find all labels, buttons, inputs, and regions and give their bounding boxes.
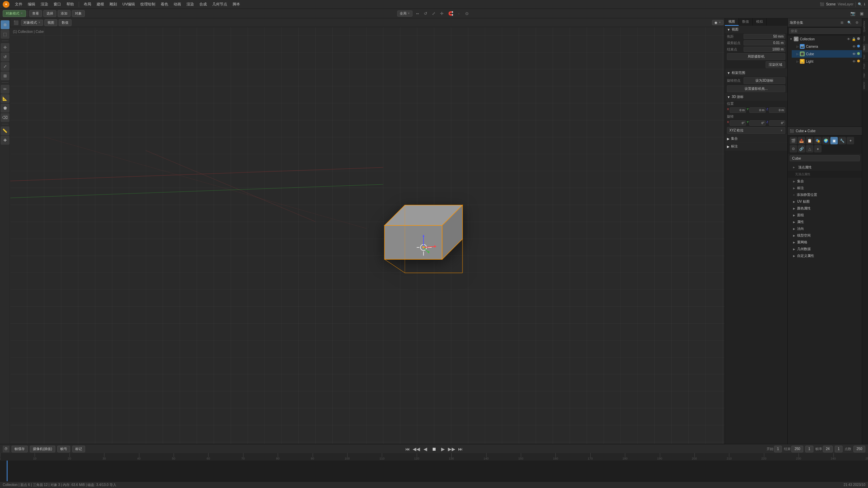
- start-frame-input[interactable]: 1: [774, 446, 782, 452]
- cursor-ry-val[interactable]: 0°: [749, 120, 766, 126]
- n-view-header[interactable]: ▼ 视图: [725, 26, 787, 33]
- toolbar-add[interactable]: 添加: [58, 10, 71, 17]
- props-section-remesh[interactable]: ▶ 重网格: [788, 239, 862, 246]
- add-tool[interactable]: ✚: [1, 136, 9, 145]
- scale-tool[interactable]: ⤢: [430, 10, 437, 17]
- timeline-view-menu[interactable]: 帧缓存: [12, 446, 28, 452]
- camera-icon[interactable]: 📷: [849, 10, 856, 17]
- pivot-dropdown[interactable]: ◉ ▼: [712, 20, 724, 25]
- toolbar-object[interactable]: 对象: [72, 10, 85, 17]
- focal-length-value[interactable]: 50 mm: [744, 34, 785, 39]
- object-name-input[interactable]: [790, 155, 860, 161]
- play-btn[interactable]: ▶: [439, 446, 446, 452]
- rtab-quadview2[interactable]: View: [863, 34, 868, 43]
- props-section-attributes[interactable]: ▶ 属性: [788, 219, 862, 225]
- magnet-icon[interactable]: 🧲: [447, 10, 454, 17]
- end-frame-value[interactable]: 250: [853, 446, 865, 452]
- workspace-shading[interactable]: 着色: [159, 1, 170, 7]
- rotate-tool[interactable]: ↺: [422, 10, 429, 17]
- workspace-render2[interactable]: 渲染: [184, 1, 196, 7]
- toolbar-view[interactable]: 查看: [29, 10, 42, 17]
- clip-end-value[interactable]: 1000 m: [744, 47, 785, 52]
- stop-btn[interactable]: ⏹: [431, 446, 437, 452]
- render-region[interactable]: ▣: [858, 10, 865, 17]
- workspace-geometry-nodes[interactable]: 几何节点: [210, 1, 229, 7]
- rtab-properties[interactable]: Item: [863, 44, 868, 53]
- props-section-vertex-attrs[interactable]: 顶点属性: [788, 164, 862, 171]
- transform-global-dropdown[interactable]: 全局 ▼: [397, 11, 413, 17]
- transform-combined[interactable]: ⊞: [1, 72, 9, 80]
- cube-visibility[interactable]: 👁: [852, 52, 856, 56]
- annotate-line[interactable]: 📐: [1, 94, 9, 103]
- camera-visibility[interactable]: 👁: [852, 45, 856, 48]
- rtab-fluid[interactable]: Fluid: [863, 62, 868, 71]
- props-section-annotations[interactable]: ▶ 标注: [788, 185, 862, 191]
- workspace-modeling[interactable]: 建模: [95, 1, 106, 7]
- workspace-animation[interactable]: 动画: [172, 1, 183, 7]
- object-props-icon[interactable]: ▣: [830, 137, 838, 144]
- rtab-overlay[interactable]: Tool: [863, 53, 868, 61]
- scale-tool-icon[interactable]: ⤢: [1, 62, 9, 71]
- cursor-x-val[interactable]: 0 m: [730, 107, 746, 113]
- n-cursor-header[interactable]: ▼ 3D 游标: [725, 93, 787, 101]
- search-icon[interactable]: 🔍: [858, 2, 862, 6]
- particles-props-icon[interactable]: ✦: [847, 137, 854, 144]
- keyframe-count[interactable]: 1: [835, 446, 843, 452]
- outliner-item-camera[interactable]: ▷ 📷 Camera 👁: [792, 43, 862, 50]
- light-visibility[interactable]: 👁: [852, 60, 856, 63]
- object-data-icon[interactable]: △: [806, 145, 813, 152]
- n-framing-header[interactable]: ▼ 框架范围: [725, 69, 787, 77]
- props-section-geodata[interactable]: ▶ 几何数据: [788, 246, 862, 252]
- outliner-filter-btn[interactable]: ⊞: [839, 20, 845, 26]
- cube-3d[interactable]: [364, 185, 479, 301]
- menu-help[interactable]: 帮助: [64, 1, 76, 7]
- rtab-hair[interactable]: Hair: [863, 71, 868, 80]
- toolbar-select[interactable]: 选择: [43, 10, 56, 17]
- render-props-icon[interactable]: 🎬: [790, 137, 797, 144]
- timeline-marker-menu[interactable]: 标记: [72, 446, 85, 452]
- vp-header-view[interactable]: 视图: [44, 19, 57, 26]
- viewport-mode-dropdown[interactable]: 对象模式 ▼: [21, 20, 43, 26]
- menu-edit[interactable]: 编辑: [26, 1, 37, 7]
- outliner-search-btn[interactable]: 🔍: [846, 20, 852, 26]
- move-tool-icon[interactable]: ✛: [1, 43, 9, 52]
- outliner-item-cube[interactable]: ▷ ⬛ Cube 👁: [792, 50, 862, 58]
- output-props-icon[interactable]: 📤: [798, 137, 805, 144]
- render-region-btn[interactable]: 渲染区域: [766, 61, 785, 68]
- n-panel-tab-simulate[interactable]: 模拟: [753, 18, 767, 26]
- workspace-layout[interactable]: 布局: [82, 1, 93, 7]
- go-start-btn[interactable]: ⏮: [404, 446, 411, 452]
- menu-file[interactable]: 文件: [13, 1, 24, 7]
- go-end-btn[interactable]: ⏭: [457, 446, 464, 452]
- move-tool[interactable]: ↔: [414, 10, 421, 17]
- viewport-main[interactable]: ⬛ 对象模式 ▼ 视图 数值 ◉ ▼ ⬡ ● ◑ ☀ 👁 ⊕ 叠加层: [10, 18, 787, 444]
- rotation-mode-dropdown[interactable]: XYZ 欧拉 ▼: [727, 127, 785, 134]
- cursor-z-val[interactable]: 0 m: [769, 107, 785, 113]
- collection-lock[interactable]: 🔒: [852, 37, 856, 41]
- timeline-camera-menu[interactable]: 摄像机(插值): [30, 446, 55, 452]
- mode-selector[interactable]: 对象模式 ▼: [3, 10, 26, 17]
- rtab-quadview[interactable]: QuadView: [863, 19, 868, 34]
- workspace-compositing[interactable]: 合成: [197, 1, 209, 7]
- props-section-linestyle[interactable]: ▶ 线型空间: [788, 232, 862, 239]
- end-frame-input[interactable]: 250: [791, 446, 803, 452]
- props-section-normals[interactable]: ▶ 法向: [788, 225, 862, 232]
- annotate-erase[interactable]: ⌫: [1, 113, 9, 122]
- n-panel-tab-view[interactable]: 视图: [725, 18, 739, 26]
- n-collections-header[interactable]: ▶ 集合: [725, 135, 787, 142]
- select-tool[interactable]: ⬚: [1, 30, 9, 39]
- collection-visibility[interactable]: 👁: [847, 37, 850, 41]
- timeline-frame-menu[interactable]: 帧号: [57, 446, 70, 452]
- props-section-color-attrs[interactable]: ▶ 颜色属性: [788, 205, 862, 212]
- outliner-search-input[interactable]: [789, 28, 861, 34]
- outliner-item-collection[interactable]: ▼ C Collection 👁 🔒: [788, 35, 862, 43]
- proportional-edit[interactable]: ⊙: [463, 10, 471, 17]
- physics-props-icon[interactable]: ⚙: [790, 145, 797, 152]
- constraints-props-icon[interactable]: 🔗: [798, 145, 805, 152]
- props-section-face-groups[interactable]: ▶ 面组: [788, 212, 862, 219]
- rtab-machin3[interactable]: MACH: [863, 80, 868, 91]
- props-section-custom-attrs[interactable]: ▶ 自定义属性: [788, 252, 862, 259]
- view-layer-props-icon[interactable]: 📋: [806, 137, 813, 144]
- workspace-scripting[interactable]: 脚本: [231, 1, 242, 7]
- annotate-tool[interactable]: ✏: [1, 85, 9, 94]
